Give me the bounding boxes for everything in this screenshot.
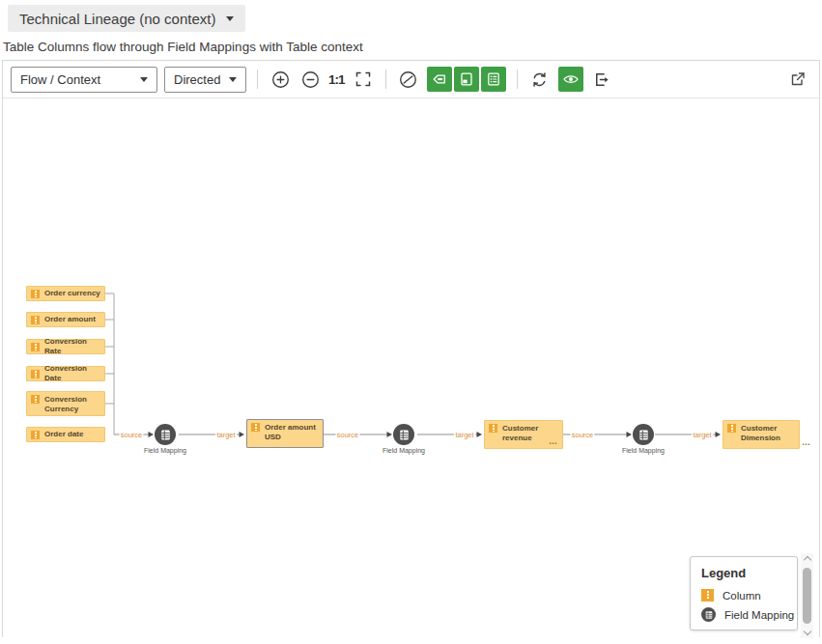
actual-size-button[interactable]: 1:1 xyxy=(328,68,345,91)
show-all-button[interactable] xyxy=(558,67,583,92)
edge-label: target xyxy=(216,431,236,439)
column-node-label: Order date xyxy=(44,430,83,439)
edge-arrow-icon xyxy=(387,432,393,437)
column-node-label: Conversion Rate xyxy=(44,337,104,357)
column-node-label: Order currency xyxy=(44,289,100,298)
open-in-new-button[interactable] xyxy=(786,68,809,91)
chevron-down-icon xyxy=(140,77,148,82)
column-node-label: Order amount xyxy=(44,315,96,324)
lineage-canvas[interactable]: sourcetargetsourcetargetsourcetarget Leg… xyxy=(3,98,819,638)
legend-title: Legend xyxy=(701,566,797,580)
edge-arrow-icon xyxy=(240,432,245,437)
lineage-view-selector-label: Technical Lineage (no context) xyxy=(19,11,215,27)
lineage-toolbar: Flow / Context Directed 1:1 xyxy=(3,61,819,98)
column-node-order-date[interactable]: Order date xyxy=(26,427,105,442)
scrollbar-thumb[interactable] xyxy=(803,568,811,624)
page-subtitle: Table Columns flow through Field Mapping… xyxy=(3,40,822,54)
column-icon xyxy=(489,424,497,433)
vertical-scrollbar[interactable] xyxy=(801,553,813,638)
chevron-down-icon xyxy=(229,77,237,82)
refresh-icon xyxy=(529,70,550,90)
layout-select-value: Flow / Context xyxy=(20,72,100,87)
refresh-button[interactable] xyxy=(528,68,552,91)
field-mapping-label: Field Mapping xyxy=(132,447,198,454)
toolbar-divider xyxy=(517,70,518,89)
column-icon xyxy=(31,316,40,324)
toggle-edges-button[interactable] xyxy=(397,68,420,91)
column-node-label: Conversion Currency xyxy=(44,395,87,415)
field-mapping-icon xyxy=(159,429,172,441)
field-mapping-node[interactable] xyxy=(633,424,654,445)
edge-label: source xyxy=(121,431,143,439)
column-node-label: Customer Dimension xyxy=(741,424,780,444)
column-icon xyxy=(31,370,40,378)
legend-item-field-mapping: Field Mapping xyxy=(701,607,797,622)
column-node-label: Customer revenue xyxy=(502,424,538,444)
lineage-panel: Flow / Context Directed 1:1 xyxy=(2,60,820,637)
zoom-out-icon xyxy=(300,70,321,90)
tag-icon xyxy=(430,70,449,89)
more-indicator[interactable]: … xyxy=(549,437,557,446)
column-node-label: Order amount USD xyxy=(265,423,316,443)
lineage-view-selector[interactable]: Technical Lineage (no context) xyxy=(8,5,245,32)
eye-icon xyxy=(561,70,581,89)
layout-select[interactable]: Flow / Context xyxy=(11,67,157,93)
circle-slash-icon xyxy=(398,70,418,90)
column-node-order-amount[interactable]: Order amount xyxy=(26,312,105,327)
zoom-in-button[interactable] xyxy=(269,68,292,91)
chevron-down-icon xyxy=(226,16,234,21)
field-mapping-icon xyxy=(638,429,650,441)
field-mapping-label: Field Mapping xyxy=(610,447,676,454)
column-icon xyxy=(251,423,260,432)
edge-arrow-icon xyxy=(149,432,155,437)
column-node-order-currency[interactable]: Order currency xyxy=(26,286,105,301)
column-node-customer-dimension[interactable]: Customer Dimension xyxy=(723,420,800,449)
column-icon xyxy=(727,424,736,433)
show-edge-labels-button[interactable] xyxy=(427,67,452,92)
show-attributes-button[interactable] xyxy=(481,67,506,92)
fit-to-screen-button[interactable] xyxy=(352,68,375,91)
column-icon xyxy=(701,589,714,602)
zoom-in-icon xyxy=(270,70,291,90)
column-node-conversion-rate[interactable]: Conversion Rate xyxy=(26,339,105,354)
legend-item-column: Column xyxy=(701,589,797,602)
field-mapping-node[interactable] xyxy=(393,424,414,445)
more-indicator[interactable]: … xyxy=(802,438,810,447)
edge-label: source xyxy=(572,431,594,439)
export-button[interactable] xyxy=(590,68,613,91)
column-node-label: Conversion Date xyxy=(44,364,104,384)
field-mapping-node[interactable] xyxy=(155,424,176,445)
legend: Legend Column Field Mapping xyxy=(690,556,798,630)
edge-arrow-icon xyxy=(627,432,633,437)
external-link-icon xyxy=(788,70,808,89)
toolbar-divider xyxy=(257,70,258,89)
edge-label: target xyxy=(693,431,712,439)
field-mapping-label: Field Mapping xyxy=(371,447,437,454)
zoom-out-button[interactable] xyxy=(298,68,322,91)
toggle-button-group xyxy=(427,67,506,92)
column-node-customer-revenue[interactable]: Customer revenue… xyxy=(484,420,563,449)
column-node-conversion-date[interactable]: Conversion Date xyxy=(26,366,105,381)
fit-to-screen-icon xyxy=(354,70,373,89)
column-node-conversion-currency[interactable]: Conversion Currency xyxy=(26,391,105,416)
direction-select[interactable]: Directed xyxy=(164,67,246,93)
field-mapping-icon xyxy=(701,607,716,622)
page-preview-icon xyxy=(457,70,476,89)
field-mapping-icon xyxy=(398,429,411,441)
legend-item-label: Field Mapping xyxy=(724,609,794,621)
technical-lineage-page: Technical Lineage (no context) Table Col… xyxy=(0,0,822,644)
column-icon xyxy=(31,290,40,298)
show-node-preview-button[interactable] xyxy=(454,67,479,92)
column-icon xyxy=(31,431,40,439)
toolbar-divider xyxy=(385,70,386,89)
scroll-up-icon[interactable] xyxy=(803,556,810,564)
edge-arrow-icon xyxy=(716,432,722,437)
direction-select-value: Directed xyxy=(174,72,220,87)
list-icon xyxy=(484,70,503,89)
edge-arrow-icon xyxy=(477,432,483,437)
column-node-order-amount-usd[interactable]: Order amount USD xyxy=(246,419,324,448)
export-icon xyxy=(591,70,611,90)
legend-item-label: Column xyxy=(723,590,761,602)
scroll-down-icon[interactable] xyxy=(803,628,810,635)
column-icon xyxy=(31,343,40,351)
